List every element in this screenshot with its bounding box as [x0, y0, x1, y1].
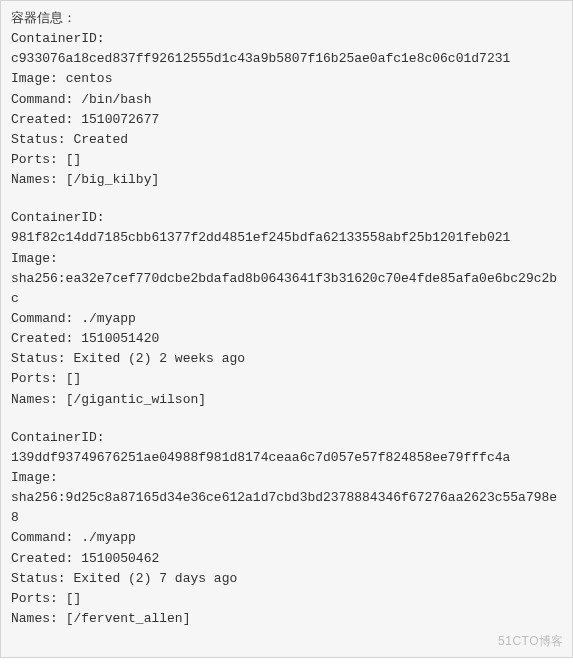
status-line: Status: Created — [11, 130, 562, 150]
command-line: Command: /bin/bash — [11, 90, 562, 110]
names-label: Names: — [11, 172, 58, 187]
ports-label: Ports: — [11, 371, 58, 386]
names-line: Names: [/big_kilby] — [11, 170, 562, 190]
image-label-line: Image: — [11, 249, 562, 269]
container-id-value: 981f82c14dd7185cbb61377f2dd4851ef245bdfa… — [11, 228, 562, 248]
command-value: ./myapp — [81, 530, 136, 545]
container-id-label: ContainerID: — [11, 208, 562, 228]
ports-line: Ports: [] — [11, 589, 562, 609]
created-label: Created: — [11, 112, 73, 127]
status-label: Status: — [11, 351, 66, 366]
output-panel: 容器信息： ContainerID: c933076a18ced837ff926… — [0, 0, 573, 658]
created-value: 1510072677 — [81, 112, 159, 127]
container-block: ContainerID: 981f82c14dd7185cbb61377f2dd… — [11, 208, 562, 409]
ports-value: [] — [66, 152, 82, 167]
status-line: Status: Exited (2) 2 weeks ago — [11, 349, 562, 369]
created-value: 1510051420 — [81, 331, 159, 346]
names-line: Names: [/fervent_allen] — [11, 609, 562, 629]
ports-line: Ports: [] — [11, 150, 562, 170]
watermark-text: 51CTO博客 — [498, 632, 564, 651]
names-label: Names: — [11, 611, 58, 626]
status-value: Created — [73, 132, 128, 147]
image-label: Image: — [11, 71, 58, 86]
status-label: Status: — [11, 132, 66, 147]
ports-value: [] — [66, 371, 82, 386]
command-value: ./myapp — [81, 311, 136, 326]
image-value: centos — [66, 71, 113, 86]
command-label: Command: — [11, 311, 73, 326]
created-label: Created: — [11, 551, 73, 566]
names-value: [/gigantic_wilson] — [66, 392, 206, 407]
created-label: Created: — [11, 331, 73, 346]
created-line: Created: 1510050462 — [11, 549, 562, 569]
image-value: sha256:ea32e7cef770dcbe2bdafad8b0643641f… — [11, 269, 562, 309]
container-block: ContainerID: c933076a18ced837ff92612555d… — [11, 29, 562, 190]
command-label: Command: — [11, 530, 73, 545]
ports-label: Ports: — [11, 152, 58, 167]
container-id-value: 139ddf93749676251ae04988f981d8174ceaa6c7… — [11, 448, 562, 468]
container-block: ContainerID: 139ddf93749676251ae04988f98… — [11, 428, 562, 629]
command-line: Command: ./myapp — [11, 309, 562, 329]
image-value: sha256:9d25c8a87165d34e36ce612a1d7cbd3bd… — [11, 488, 562, 528]
status-label: Status: — [11, 571, 66, 586]
command-value: /bin/bash — [81, 92, 151, 107]
image-line: Image: centos — [11, 69, 562, 89]
created-value: 1510050462 — [81, 551, 159, 566]
names-line: Names: [/gigantic_wilson] — [11, 390, 562, 410]
ports-line: Ports: [] — [11, 369, 562, 389]
ports-label: Ports: — [11, 591, 58, 606]
command-label: Command: — [11, 92, 73, 107]
names-value: [/fervent_allen] — [66, 611, 191, 626]
status-value: Exited (2) 2 weeks ago — [73, 351, 245, 366]
status-value: Exited (2) 7 days ago — [73, 571, 237, 586]
created-line: Created: 1510072677 — [11, 110, 562, 130]
command-line: Command: ./myapp — [11, 528, 562, 548]
status-line: Status: Exited (2) 7 days ago — [11, 569, 562, 589]
container-id-label: ContainerID: — [11, 29, 562, 49]
names-value: [/big_kilby] — [66, 172, 160, 187]
header-line: 容器信息： — [11, 9, 562, 29]
image-label-line: Image: — [11, 468, 562, 488]
container-id-label: ContainerID: — [11, 428, 562, 448]
created-line: Created: 1510051420 — [11, 329, 562, 349]
ports-value: [] — [66, 591, 82, 606]
container-id-value: c933076a18ced837ff92612555d1c43a9b5807f1… — [11, 49, 562, 69]
names-label: Names: — [11, 392, 58, 407]
